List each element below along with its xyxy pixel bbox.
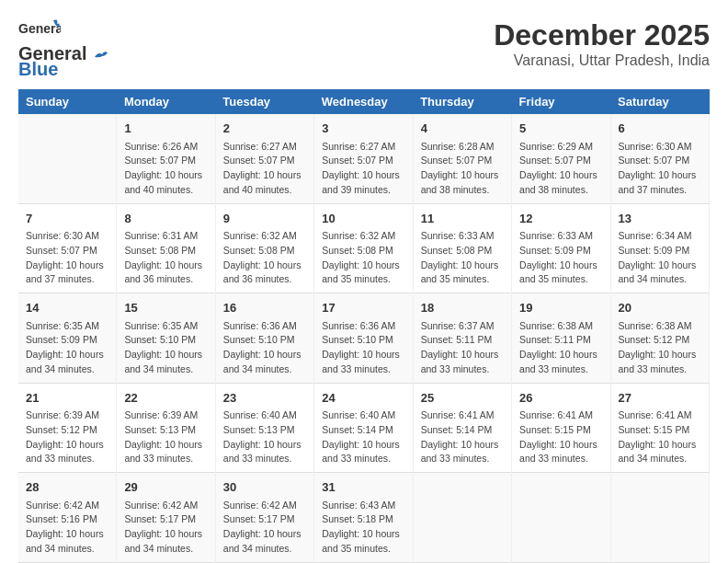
- cell-info-line: and 33 minutes.: [124, 452, 207, 466]
- calendar-cell: [610, 473, 710, 563]
- cell-info-line: Sunrise: 6:36 AM: [322, 319, 404, 334]
- day-number: 1: [124, 120, 207, 138]
- cell-info-line: Sunrise: 6:43 AM: [322, 499, 404, 513]
- cell-info-line: and 33 minutes.: [519, 452, 602, 466]
- cell-info-line: Sunrise: 6:36 AM: [223, 319, 306, 334]
- cell-info-line: Sunrise: 6:29 AM: [519, 140, 602, 155]
- cell-info-line: and 38 minutes.: [519, 183, 602, 198]
- cell-info-line: Sunset: 5:10 PM: [223, 333, 306, 348]
- cell-info-line: Sunrise: 6:37 AM: [421, 319, 504, 334]
- day-number: 15: [124, 299, 207, 317]
- cell-info-line: Sunset: 5:18 PM: [322, 512, 404, 527]
- calendar-cell: 21Sunrise: 6:39 AMSunset: 5:12 PMDayligh…: [18, 383, 117, 473]
- cell-info-line: Sunrise: 6:42 AM: [124, 499, 207, 513]
- cell-info-line: Daylight: 10 hours: [421, 168, 504, 183]
- calendar-cell: 25Sunrise: 6:41 AMSunset: 5:14 PMDayligh…: [413, 383, 511, 473]
- calendar-cell: 23Sunrise: 6:40 AMSunset: 5:13 PMDayligh…: [215, 383, 313, 473]
- weekday-header-friday: Friday: [512, 89, 610, 114]
- cell-info-line: Sunset: 5:07 PM: [519, 154, 602, 168]
- cell-info-line: and 39 minutes.: [322, 183, 404, 198]
- cell-info-line: Sunrise: 6:41 AM: [619, 408, 702, 423]
- day-number: 21: [26, 389, 108, 408]
- cell-info-line: Sunset: 5:10 PM: [322, 333, 404, 348]
- cell-info-line: Sunrise: 6:30 AM: [619, 140, 702, 155]
- cell-info-line: Daylight: 10 hours: [223, 527, 306, 542]
- cell-info-line: Sunrise: 6:38 AM: [619, 319, 702, 334]
- day-number: 8: [124, 210, 207, 228]
- cell-info-line: Daylight: 10 hours: [223, 348, 306, 362]
- cell-info-line: and 33 minutes.: [421, 452, 504, 466]
- calendar-cell: [413, 473, 511, 563]
- calendar-cell: 29Sunrise: 6:42 AMSunset: 5:17 PMDayligh…: [117, 473, 215, 563]
- calendar-cell: 18Sunrise: 6:37 AMSunset: 5:11 PMDayligh…: [413, 293, 511, 384]
- calendar-cell: [18, 114, 117, 203]
- calendar-week-5: 28Sunrise: 6:42 AMSunset: 5:16 PMDayligh…: [18, 473, 710, 563]
- weekday-header-row: SundayMondayTuesdayWednesdayThursdayFrid…: [18, 89, 710, 114]
- day-number: 20: [619, 299, 702, 317]
- day-number: 4: [421, 120, 504, 138]
- weekday-header-monday: Monday: [117, 89, 215, 114]
- calendar-cell: 3Sunrise: 6:27 AMSunset: 5:07 PMDaylight…: [314, 114, 413, 203]
- calendar-cell: 5Sunrise: 6:29 AMSunset: 5:07 PMDaylight…: [512, 114, 610, 203]
- calendar-cell: 8Sunrise: 6:31 AMSunset: 5:08 PMDaylight…: [117, 203, 215, 293]
- svg-text:General: General: [18, 21, 61, 36]
- title-area: December 2025 Varanasi, Uttar Pradesh, I…: [494, 18, 710, 69]
- cell-info-line: Sunrise: 6:38 AM: [519, 319, 602, 334]
- cell-info-line: Daylight: 10 hours: [421, 438, 504, 453]
- cell-info-line: Sunrise: 6:41 AM: [421, 408, 504, 423]
- cell-info-line: Sunset: 5:09 PM: [619, 244, 702, 259]
- cell-info-line: Sunset: 5:07 PM: [124, 154, 207, 168]
- cell-info-line: Sunset: 5:15 PM: [619, 423, 702, 438]
- cell-info-line: Sunrise: 6:32 AM: [223, 229, 306, 244]
- cell-info-line: Sunrise: 6:28 AM: [421, 140, 504, 155]
- calendar-cell: 4Sunrise: 6:28 AMSunset: 5:07 PMDaylight…: [413, 114, 511, 203]
- cell-info-line: Sunset: 5:14 PM: [421, 423, 504, 438]
- cell-info-line: Sunrise: 6:33 AM: [421, 229, 504, 244]
- calendar-cell: 30Sunrise: 6:42 AMSunset: 5:17 PMDayligh…: [215, 473, 313, 563]
- cell-info-line: Daylight: 10 hours: [519, 438, 602, 453]
- day-number: 19: [519, 299, 602, 317]
- cell-info-line: Sunset: 5:08 PM: [421, 244, 504, 259]
- cell-info-line: and 34 minutes.: [26, 542, 108, 557]
- cell-info-line: Sunset: 5:14 PM: [322, 423, 404, 438]
- calendar-cell: 16Sunrise: 6:36 AMSunset: 5:10 PMDayligh…: [215, 293, 313, 384]
- cell-info-line: Sunset: 5:10 PM: [124, 333, 207, 348]
- cell-info-line: and 36 minutes.: [124, 272, 207, 287]
- day-number: 22: [124, 389, 207, 408]
- cell-info-line: Daylight: 10 hours: [322, 348, 404, 362]
- day-number: 29: [124, 478, 207, 497]
- calendar-week-2: 7Sunrise: 6:30 AMSunset: 5:07 PMDaylight…: [18, 203, 710, 293]
- weekday-header-tuesday: Tuesday: [215, 89, 313, 114]
- cell-info-line: Sunrise: 6:27 AM: [223, 140, 306, 155]
- cell-info-line: Sunrise: 6:30 AM: [26, 229, 108, 244]
- day-number: 11: [421, 210, 504, 228]
- cell-info-line: Sunset: 5:11 PM: [421, 333, 504, 348]
- cell-info-line: Daylight: 10 hours: [322, 168, 404, 183]
- day-number: 31: [322, 478, 404, 497]
- cell-info-line: Sunrise: 6:39 AM: [124, 408, 207, 423]
- day-number: 17: [322, 299, 404, 317]
- page-header: General General Blue December 2025 Varan…: [18, 18, 710, 80]
- cell-info-line: and 35 minutes.: [322, 272, 404, 287]
- cell-info-line: Sunset: 5:08 PM: [124, 244, 207, 259]
- calendar-week-4: 21Sunrise: 6:39 AMSunset: 5:12 PMDayligh…: [18, 383, 710, 473]
- cell-info-line: and 33 minutes.: [223, 452, 306, 466]
- calendar-cell: 11Sunrise: 6:33 AMSunset: 5:08 PMDayligh…: [413, 203, 511, 293]
- calendar-cell: 20Sunrise: 6:38 AMSunset: 5:12 PMDayligh…: [610, 293, 710, 384]
- cell-info-line: and 37 minutes.: [619, 183, 702, 198]
- cell-info-line: and 35 minutes.: [322, 542, 404, 557]
- calendar-cell: 2Sunrise: 6:27 AMSunset: 5:07 PMDaylight…: [215, 114, 313, 203]
- cell-info-line: Sunrise: 6:33 AM: [519, 229, 602, 244]
- cell-info-line: and 34 minutes.: [619, 272, 702, 287]
- cell-info-line: Sunset: 5:08 PM: [322, 244, 404, 259]
- cell-info-line: Daylight: 10 hours: [26, 438, 108, 453]
- cell-info-line: Daylight: 10 hours: [26, 259, 108, 273]
- calendar-cell: 13Sunrise: 6:34 AMSunset: 5:09 PMDayligh…: [610, 203, 710, 293]
- cell-info-line: and 35 minutes.: [519, 272, 602, 287]
- month-title: December 2025: [494, 18, 710, 52]
- cell-info-line: Sunrise: 6:35 AM: [26, 319, 108, 334]
- cell-info-line: Daylight: 10 hours: [619, 348, 702, 362]
- calendar-cell: 15Sunrise: 6:35 AMSunset: 5:10 PMDayligh…: [117, 293, 215, 384]
- cell-info-line: Sunrise: 6:40 AM: [322, 408, 404, 423]
- cell-info-line: and 38 minutes.: [421, 183, 504, 198]
